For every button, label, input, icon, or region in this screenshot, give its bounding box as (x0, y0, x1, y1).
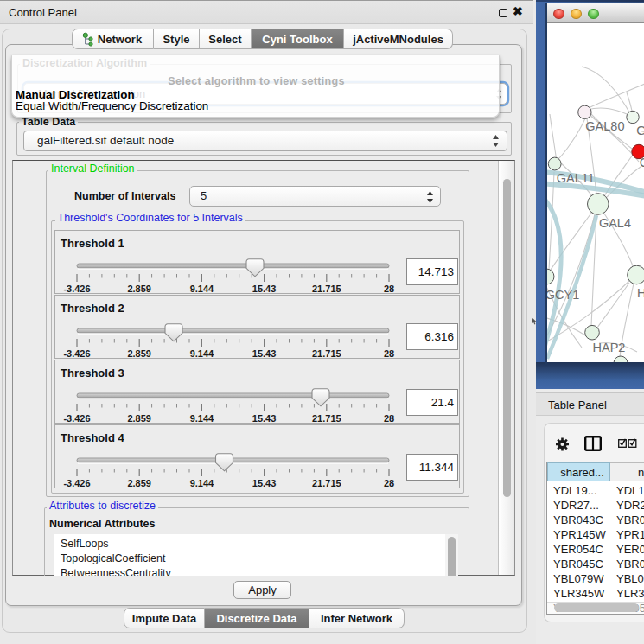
svg-text:-3.426: -3.426 (63, 413, 90, 424)
svg-text:GAL11: GAL11 (557, 171, 595, 185)
svg-text:GCY1: GCY1 (547, 288, 579, 302)
svg-text:9.144: 9.144 (190, 348, 214, 359)
svg-text:15.43: 15.43 (252, 413, 277, 424)
svg-text:HS: HS (637, 286, 644, 300)
svg-text:9.144: 9.144 (190, 284, 214, 294)
svg-text:28: 28 (384, 478, 394, 488)
svg-text:28: 28 (384, 348, 394, 359)
svg-text:9.144: 9.144 (190, 478, 214, 488)
svg-text:-3.426: -3.426 (63, 284, 90, 294)
svg-text:21.715: 21.715 (312, 478, 341, 488)
svg-text:21.715: 21.715 (312, 348, 341, 359)
svg-text:-3.426: -3.426 (63, 478, 90, 488)
svg-text:HAP2: HAP2 (593, 341, 626, 354)
svg-text:-3.426: -3.426 (63, 348, 90, 359)
svg-text:15.43: 15.43 (252, 478, 277, 488)
svg-text:28: 28 (384, 413, 394, 424)
svg-text:21.715: 21.715 (312, 413, 341, 424)
svg-text:GAL4: GAL4 (599, 216, 631, 230)
svg-text:GAL2: GAL2 (636, 124, 644, 137)
svg-text:15.43: 15.43 (252, 348, 277, 359)
svg-text:2.859: 2.859 (127, 348, 151, 359)
svg-text:2.859: 2.859 (127, 478, 151, 488)
svg-text:28: 28 (384, 284, 394, 294)
svg-text:CDC1: CDC1 (640, 156, 644, 169)
svg-text:21.715: 21.715 (312, 284, 341, 294)
svg-text:15.43: 15.43 (252, 284, 277, 294)
svg-text:2.859: 2.859 (127, 284, 151, 294)
svg-text:GAL80: GAL80 (585, 119, 624, 133)
svg-text:2.859: 2.859 (127, 413, 151, 424)
svg-text:9.144: 9.144 (190, 413, 214, 424)
